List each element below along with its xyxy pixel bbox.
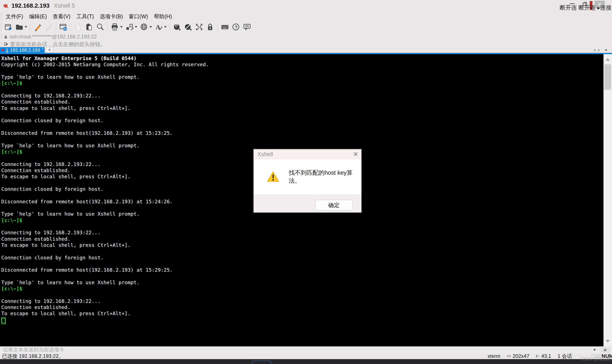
tab-number: 1 xyxy=(6,47,8,53)
font-button[interactable]: A xyxy=(153,22,168,32)
tab-list-dropdown-icon[interactable] xyxy=(605,50,607,51)
terminal-line xyxy=(1,273,603,279)
new-session-icon xyxy=(4,23,13,31)
tab-scroll-left-icon[interactable] xyxy=(593,49,595,52)
terminal-line: Copyright (c) 2002-2015 NetSarang Comput… xyxy=(1,62,603,68)
addressbar-grip[interactable] xyxy=(1,34,1,39)
menu-item[interactable]: 查看(V) xyxy=(50,12,73,21)
toolbar-separator xyxy=(107,23,108,31)
session-tab[interactable]: 1 192.168.2.193 × xyxy=(0,47,45,53)
dialog-footer: 确定 xyxy=(254,194,361,212)
toolbar-separator xyxy=(70,23,71,31)
open-session-icon xyxy=(15,23,24,31)
window-title-host: 192.168.2.193 xyxy=(12,2,50,9)
caption-area: ✕ 断开连 断开连 ▶连接 xyxy=(557,0,612,12)
xftp-icon xyxy=(184,23,192,31)
terminal-line xyxy=(1,223,603,230)
terminal-type[interactable]: xterm xyxy=(488,353,501,359)
edit-session-disabled-button xyxy=(43,22,54,32)
ok-button[interactable]: 确定 xyxy=(316,200,352,210)
xftp-button[interactable] xyxy=(183,22,194,32)
web-browser-button[interactable] xyxy=(139,22,153,32)
terminal-line: Connection established. xyxy=(1,236,603,242)
terminal-line: Xshell for Xmanager Enterprise 5 (Build … xyxy=(1,55,603,62)
terminal-line xyxy=(1,292,603,298)
send-bar-dropdown-icon[interactable] xyxy=(593,349,596,351)
hamburger-icon: ≡ xyxy=(604,347,607,353)
new-tab-button[interactable]: + xyxy=(46,47,53,53)
session-count[interactable]: 1 会话 xyxy=(557,353,572,360)
chevron-down-icon[interactable] xyxy=(25,26,27,28)
paste-icon xyxy=(85,23,93,31)
xshell-window: 192.168.2.193 Xshell 5 ✕ 断开连 断开连 ▶连接 文件(… xyxy=(0,0,612,364)
toolbar: A? xyxy=(0,21,612,33)
menu-item[interactable]: 选项卡(B) xyxy=(97,12,126,21)
scrollbar-thumb[interactable] xyxy=(604,64,611,90)
menu-item[interactable]: 文件(F) xyxy=(3,12,26,21)
fullscreen-icon xyxy=(195,23,203,31)
quickbar-grip[interactable] xyxy=(1,42,1,47)
lock-icon xyxy=(4,35,8,39)
paste-button[interactable] xyxy=(84,22,94,32)
chevron-down-icon[interactable] xyxy=(135,26,137,28)
dialog-close-icon[interactable]: ✕ xyxy=(353,151,358,158)
title-bar[interactable]: 192.168.2.193 Xshell 5 xyxy=(0,0,612,12)
address-bar[interactable]: ssh://root:**********@192.168.2.193:22 xyxy=(0,33,612,40)
watermark-text: CSDN @猫头虎 xyxy=(580,356,611,362)
menu-item[interactable]: 窗口(W) xyxy=(126,12,151,21)
terminal-size-segment[interactable]: 202x47 xyxy=(507,353,529,359)
terminal-line: [c:\~]$ xyxy=(1,217,603,223)
menubar-grip[interactable] xyxy=(1,13,1,20)
scroll-down-icon[interactable] xyxy=(606,340,610,343)
find-button[interactable] xyxy=(95,22,105,32)
new-session-button[interactable] xyxy=(3,22,14,32)
open-session-button[interactable] xyxy=(14,22,28,32)
session-properties-button[interactable] xyxy=(58,22,69,32)
tab-bar: 1 192.168.2.193 × + xyxy=(0,48,612,53)
scroll-up-icon[interactable] xyxy=(606,58,610,61)
terminal-line: [c:\~]$ xyxy=(1,286,603,292)
add-session-arrow-icon[interactable] xyxy=(4,42,8,46)
lock-screen-button[interactable] xyxy=(205,22,216,32)
status-bar: 已连接 192.168.2.193:22。 xterm 202x47 43,1 … xyxy=(0,353,612,359)
send-bar-menu-button[interactable]: ≡ xyxy=(600,347,610,353)
send-text-bar[interactable]: 仅将文本发送到当前选项卡 ≡ xyxy=(0,346,612,353)
menu-item[interactable]: 帮助(H) xyxy=(151,12,175,21)
web-browser-icon xyxy=(140,23,148,31)
dialog-message: 找不到匹配的host key算法。 xyxy=(289,169,361,185)
edit-session-button[interactable] xyxy=(32,22,43,32)
chevron-down-icon[interactable] xyxy=(150,26,152,28)
terminal-cursor xyxy=(2,318,6,324)
help-icon: ? xyxy=(232,23,240,31)
fullscreen-button[interactable] xyxy=(194,22,205,32)
tab-close-icon[interactable]: × xyxy=(42,47,43,51)
chevron-down-icon[interactable] xyxy=(164,26,167,28)
dialog-body: 找不到匹配的host key算法。 xyxy=(254,159,361,194)
feedback-button[interactable] xyxy=(242,22,252,32)
menu-item[interactable]: 工具(T) xyxy=(73,12,97,21)
terminal-line: Connecting to 192.168.2.193:22... xyxy=(1,230,603,236)
toolbar-separator xyxy=(217,23,218,31)
tab-scroll-right-icon[interactable] xyxy=(598,49,600,52)
tooltip-overlay-text: 断开连 断开连 ▶连接 xyxy=(560,4,612,12)
soft-keyboard-button[interactable] xyxy=(220,22,230,32)
chevron-down-icon[interactable] xyxy=(120,26,123,28)
xagent-button[interactable] xyxy=(172,22,182,32)
terminal-line: Connecting to 192.168.2.193:22... xyxy=(1,93,603,99)
toolbar-grip[interactable] xyxy=(1,23,1,31)
help-button[interactable]: ? xyxy=(231,22,241,32)
menu-item[interactable]: 编辑(E) xyxy=(26,12,50,21)
dialog-title-bar[interactable]: Xshell ✕ xyxy=(254,149,361,159)
terminal-line: Type `help' to learn how to use Xshell p… xyxy=(1,280,603,286)
terminal-line: Disconnected from remote host(192.168.2.… xyxy=(1,130,603,136)
cursor-position-segment[interactable]: 43,1 xyxy=(536,353,551,359)
print-button[interactable] xyxy=(110,22,124,32)
terminal-line: [c:\~]$ xyxy=(1,80,603,86)
terminal-line: Type `help' to learn how to use Xshell p… xyxy=(1,143,603,149)
quick-bar-hint: 要添加当前会话，点击左侧的箭头按钮。 xyxy=(10,41,106,48)
address-url[interactable]: ssh://root:**********@192.168.2.193:22 xyxy=(10,34,97,40)
terminal-scrollbar[interactable] xyxy=(603,54,612,346)
toolbar-separator xyxy=(56,23,56,31)
screen-capture-button[interactable] xyxy=(124,22,138,32)
window-title-app: Xshell 5 xyxy=(54,2,75,9)
